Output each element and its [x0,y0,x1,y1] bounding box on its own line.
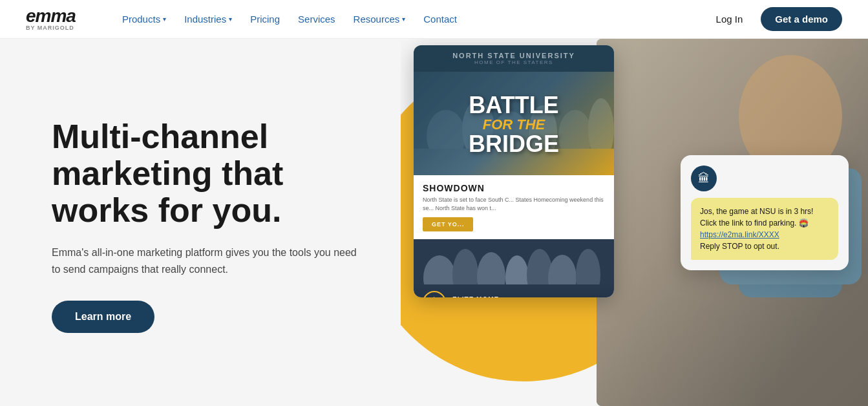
industries-chevron-icon: ▾ [229,16,232,23]
logo-sub-text: by MARIGOLD [26,25,76,31]
hero-left: Multi-channel marketing that works for y… [0,39,401,406]
nav-services-label: Services [298,14,335,25]
login-button[interactable]: Log In [708,8,751,30]
sms-header: 🏛 [691,166,838,191]
logo[interactable]: emma by MARIGOLD [26,7,76,31]
nav-industries-label: Industries [184,14,226,25]
hero-section: Multi-channel marketing that works for y… [0,39,868,406]
nav-contact-label: Contact [423,14,457,25]
elite-text-container: ELITE MOME... Watch all the top p... [452,296,507,297]
products-chevron-icon: ▾ [163,16,166,23]
nav-item-contact[interactable]: Contact [416,8,465,30]
email-campaign-card: NORTH STATE UNIVERSITY HOME OF THE STATE… [414,45,614,297]
battle-text-line3: BRIDGE [469,133,559,156]
navbar: emma by MARIGOLD Products ▾ Industries ▾… [0,0,868,39]
stadium-icon: 🏛 [423,291,446,297]
get-tickets-button[interactable]: GET YO... [423,217,473,231]
nav-item-products[interactable]: Products ▾ [114,8,174,30]
sms-link[interactable]: https://e2ma.link/XXXX [700,230,779,239]
hero-title: Multi-channel marketing that works for y… [52,118,362,230]
crowd-svg [414,239,614,284]
nav-right: Log In Get a demo [708,7,842,31]
hero-description: Emma's all-in-one marketing platform giv… [52,244,362,277]
nav-resources-label: Resources [354,14,400,25]
battle-text-line1: BATTLE [469,94,559,117]
email-card-footer: 🏛 ELITE MOME... Watch all the top p... [414,284,614,297]
email-card-banner: BATTLE FOR THE BRIDGE [414,72,614,175]
nav-links: Products ▾ Industries ▾ Pricing Services… [114,8,708,30]
demo-button[interactable]: Get a demo [761,7,842,31]
nav-item-pricing[interactable]: Pricing [242,8,288,30]
sms-opt-out: Reply STOP to opt out. [700,242,779,251]
sms-notification-card: 🏛 Jos, the game at NSU is in 3 hrs! Clic… [681,155,849,270]
crowd-image [414,239,614,284]
sms-message-text: Jos, the game at NSU is in 3 hrs! Click … [700,207,813,228]
showdown-title: SHOWDOWN [423,183,605,193]
showdown-description: North State is set to face South C... St… [423,196,605,212]
nav-pricing-label: Pricing [250,14,280,25]
logo-emma-text: emma [26,7,76,25]
sms-message-bubble: Jos, the game at NSU is in 3 hrs! Click … [691,198,838,260]
nav-products-label: Products [122,14,160,25]
email-card-body: SHOWDOWN North State is set to face Sout… [414,175,614,239]
nav-item-resources[interactable]: Resources ▾ [346,8,414,30]
nav-item-services[interactable]: Services [290,8,343,30]
sms-brand-icon: 🏛 [691,166,717,191]
resources-chevron-icon: ▾ [402,16,405,23]
hero-right: NORTH STATE UNIVERSITY HOME OF THE STATE… [401,39,868,406]
elite-title: ELITE MOME... [452,296,507,297]
nav-item-industries[interactable]: Industries ▾ [176,8,240,30]
learn-more-button[interactable]: Learn more [52,301,154,333]
